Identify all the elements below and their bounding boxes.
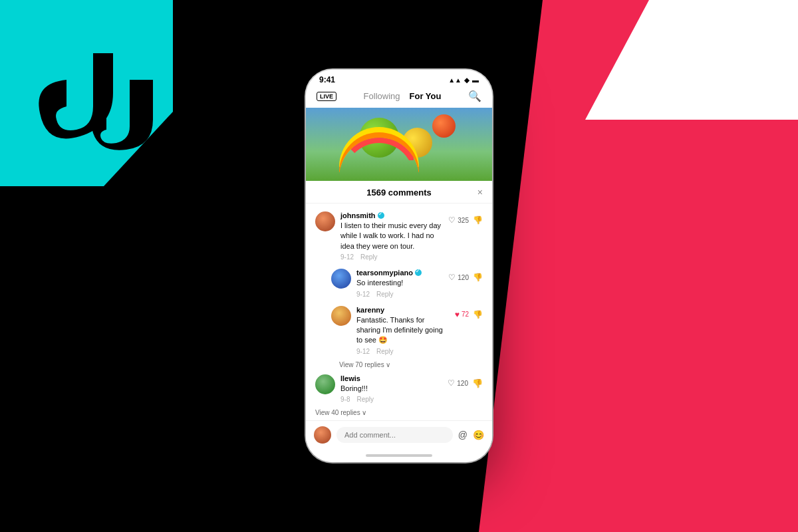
like-count: 120 — [457, 380, 468, 387]
comment-item: tearsonmypiano So interesting! 9-12 Repl… — [306, 265, 492, 301]
verified-badge-icon — [378, 212, 384, 219]
heart-icon: ♡ — [448, 215, 456, 225]
decoration-ball-3 — [432, 114, 456, 138]
comment-actions: ♥ 72 👎 — [455, 310, 483, 319]
like-count: 72 — [462, 311, 469, 318]
comments-count: 1569 comments — [366, 188, 432, 198]
comment-item: llewis Boring!!! 9-8 Reply ♡ 120 — [306, 370, 492, 407]
nav-tabs: Following For You — [364, 91, 442, 101]
home-indicator — [306, 449, 492, 462]
phone-mockup: 9:41 ▲▲ ◆ ▬ LIVE Following For You 🔍 — [306, 70, 492, 462]
comment-username: llewis — [340, 374, 442, 382]
comment-time: 9-12 — [356, 348, 370, 355]
like-count: 120 — [458, 274, 469, 281]
reply-button[interactable]: Reply — [376, 348, 394, 355]
verified-badge-icon — [415, 269, 422, 276]
avatar — [315, 374, 335, 394]
comments-list: johnsmith I listen to their music every … — [306, 203, 492, 420]
comment-actions: ♡ 325 👎 — [448, 215, 483, 225]
comment-meta: 9-12 Reply — [356, 348, 450, 355]
dislike-icon[interactable]: 👎 — [472, 378, 483, 388]
comment-item: karenny Fantastic. Thanks for sharing I'… — [306, 302, 492, 359]
comment-time: 9-12 — [340, 253, 354, 261]
comment-time: 9-8 — [340, 396, 350, 403]
comment-actions: ♡ 120 👎 — [448, 273, 483, 282]
status-icons: ▲▲ ◆ ▬ — [448, 76, 479, 84]
view-replies-button[interactable]: View 40 replies ∨ — [306, 407, 492, 418]
video-thumbnail — [306, 108, 492, 181]
status-bar: 9:41 ▲▲ ◆ ▬ — [306, 70, 492, 87]
comment-actions: ♡ 120 👎 — [448, 378, 483, 388]
comment-text: So interesting! — [356, 278, 443, 288]
status-time: 9:41 — [319, 75, 335, 84]
comment-input-area: @ 😊 — [306, 420, 492, 449]
wifi-icon: ◆ — [464, 76, 469, 84]
like-button[interactable]: ♡ 120 — [448, 378, 468, 388]
like-button[interactable]: ♥ 72 — [455, 310, 469, 319]
home-bar — [366, 454, 432, 457]
tab-foryou[interactable]: For You — [410, 91, 442, 101]
comments-panel: 1569 comments × johnsmith I listen to th… — [306, 181, 492, 449]
comment-content: karenny Fantastic. Thanks for sharing I'… — [356, 306, 450, 355]
comment-text: Fantastic. Thanks for sharing I'm defini… — [356, 315, 450, 346]
comment-text: I listen to their music every day while … — [340, 221, 443, 251]
search-icon[interactable]: 🔍 — [468, 90, 481, 102]
comment-time: 9-12 — [356, 291, 370, 298]
like-button[interactable]: ♡ 325 — [448, 215, 469, 225]
comment-meta: 9-12 Reply — [356, 291, 443, 298]
comment-username: tearsonmypiano — [356, 269, 443, 277]
live-button[interactable]: LIVE — [317, 92, 336, 101]
heart-icon: ♡ — [448, 378, 455, 388]
comment-content: johnsmith I listen to their music every … — [340, 211, 443, 261]
dislike-icon[interactable]: 👎 — [473, 273, 483, 282]
mention-icon[interactable]: @ — [458, 430, 467, 440]
heart-icon: ♡ — [448, 273, 456, 282]
battery-icon: ▬ — [472, 76, 479, 84]
current-user-avatar — [314, 426, 331, 444]
avatar — [331, 306, 351, 326]
comment-input[interactable] — [336, 427, 453, 443]
dislike-icon[interactable]: 👎 — [473, 310, 483, 319]
avatar — [315, 211, 335, 231]
reply-button[interactable]: Reply — [376, 291, 394, 298]
comment-text: Boring!!! — [340, 384, 442, 394]
signal-icon: ▲▲ — [448, 76, 462, 84]
emoji-icon[interactable]: 😊 — [473, 430, 484, 440]
reply-button[interactable]: Reply — [356, 396, 374, 403]
tab-following[interactable]: Following — [364, 91, 400, 101]
comment-username: karenny — [356, 306, 450, 314]
nav-bar: LIVE Following For You 🔍 — [306, 87, 492, 108]
comment-content: llewis Boring!!! 9-8 Reply — [340, 374, 442, 403]
comment-content: tearsonmypiano So interesting! 9-12 Repl… — [356, 269, 443, 297]
comment-meta: 9-8 Reply — [340, 396, 442, 403]
tiktok-logo — [27, 40, 173, 176]
phone-screen: 9:41 ▲▲ ◆ ▬ LIVE Following For You 🔍 — [306, 70, 492, 462]
like-count: 325 — [458, 217, 469, 224]
comment-meta: 9-12 Reply — [340, 253, 443, 261]
reply-button[interactable]: Reply — [360, 253, 378, 261]
close-button[interactable]: × — [477, 187, 483, 198]
comments-header: 1569 comments × — [306, 181, 492, 203]
dislike-icon[interactable]: 👎 — [473, 215, 483, 225]
comment-item: johnsmith I listen to their music every … — [306, 207, 492, 265]
avatar — [331, 269, 351, 289]
like-button[interactable]: ♡ 120 — [448, 273, 469, 282]
comment-username: johnsmith — [340, 211, 443, 219]
video-content — [306, 108, 492, 181]
view-replies-button[interactable]: View 70 replies ∨ — [306, 359, 492, 370]
heart-icon: ♥ — [455, 310, 460, 319]
